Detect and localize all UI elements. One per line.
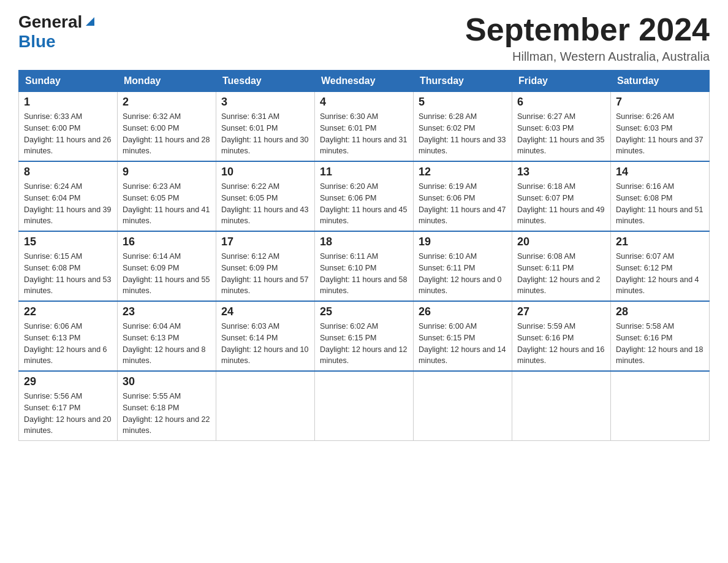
day-number: 17 <box>221 236 309 248</box>
column-header-friday: Friday <box>512 71 611 92</box>
calendar-cell: 26Sunrise: 6:00 AMSunset: 6:15 PMDayligh… <box>414 301 512 371</box>
logo-blue: Blue <box>18 32 56 51</box>
calendar-cell: 3Sunrise: 6:31 AMSunset: 6:01 PMDaylight… <box>216 92 315 162</box>
day-info: Sunrise: 6:23 AMSunset: 6:05 PMDaylight:… <box>123 181 211 227</box>
calendar-cell <box>512 371 611 441</box>
day-number: 19 <box>419 236 507 248</box>
day-info: Sunrise: 6:20 AMSunset: 6:06 PMDaylight:… <box>320 181 408 227</box>
calendar-cell: 22Sunrise: 6:06 AMSunset: 6:13 PMDayligh… <box>19 301 118 371</box>
day-info: Sunrise: 6:18 AMSunset: 6:07 PMDaylight:… <box>517 181 605 227</box>
day-info: Sunrise: 6:19 AMSunset: 6:06 PMDaylight:… <box>419 181 507 227</box>
calendar-cell: 18Sunrise: 6:11 AMSunset: 6:10 PMDayligh… <box>315 231 414 301</box>
week-row-4: 22Sunrise: 6:06 AMSunset: 6:13 PMDayligh… <box>19 301 710 371</box>
week-row-1: 1Sunrise: 6:33 AMSunset: 6:00 PMDaylight… <box>19 92 710 162</box>
day-info: Sunrise: 6:24 AMSunset: 6:04 PMDaylight:… <box>24 181 112 227</box>
column-header-tuesday: Tuesday <box>216 71 315 92</box>
day-info: Sunrise: 6:16 AMSunset: 6:08 PMDaylight:… <box>616 181 704 227</box>
calendar-cell: 1Sunrise: 6:33 AMSunset: 6:00 PMDaylight… <box>19 92 118 162</box>
calendar-cell <box>216 371 315 441</box>
day-number: 5 <box>419 96 507 109</box>
calendar-cell: 14Sunrise: 6:16 AMSunset: 6:08 PMDayligh… <box>611 161 710 231</box>
day-number: 20 <box>517 236 605 248</box>
day-info: Sunrise: 6:07 AMSunset: 6:12 PMDaylight:… <box>616 251 704 297</box>
calendar-cell: 29Sunrise: 5:56 AMSunset: 6:17 PMDayligh… <box>19 371 118 441</box>
day-number: 7 <box>616 96 704 109</box>
calendar-cell: 4Sunrise: 6:30 AMSunset: 6:01 PMDaylight… <box>315 92 414 162</box>
day-info: Sunrise: 6:31 AMSunset: 6:01 PMDaylight:… <box>221 111 309 157</box>
column-header-saturday: Saturday <box>611 71 710 92</box>
day-info: Sunrise: 6:32 AMSunset: 6:00 PMDaylight:… <box>123 111 211 157</box>
day-number: 9 <box>123 166 211 178</box>
day-info: Sunrise: 5:55 AMSunset: 6:18 PMDaylight:… <box>123 391 211 437</box>
column-header-sunday: Sunday <box>19 71 118 92</box>
calendar-cell <box>611 371 710 441</box>
calendar-cell: 23Sunrise: 6:04 AMSunset: 6:13 PMDayligh… <box>118 301 216 371</box>
day-number: 18 <box>320 236 408 248</box>
day-info: Sunrise: 6:30 AMSunset: 6:01 PMDaylight:… <box>320 111 408 157</box>
day-info: Sunrise: 6:26 AMSunset: 6:03 PMDaylight:… <box>616 111 704 157</box>
day-info: Sunrise: 6:22 AMSunset: 6:05 PMDaylight:… <box>221 181 309 227</box>
day-number: 24 <box>221 305 309 318</box>
svg-marker-0 <box>86 17 94 26</box>
week-row-2: 8Sunrise: 6:24 AMSunset: 6:04 PMDaylight… <box>19 161 710 231</box>
calendar-cell: 15Sunrise: 6:15 AMSunset: 6:08 PMDayligh… <box>19 231 118 301</box>
day-info: Sunrise: 6:27 AMSunset: 6:03 PMDaylight:… <box>517 111 605 157</box>
calendar-cell: 20Sunrise: 6:08 AMSunset: 6:11 PMDayligh… <box>512 231 611 301</box>
logo-triangle-icon <box>83 15 97 28</box>
day-number: 10 <box>221 166 309 178</box>
day-number: 16 <box>123 236 211 248</box>
day-number: 11 <box>320 166 408 178</box>
day-info: Sunrise: 6:10 AMSunset: 6:11 PMDaylight:… <box>419 251 507 297</box>
calendar-subtitle: Hillman, Western Australia, Australia <box>465 50 710 64</box>
column-header-thursday: Thursday <box>414 71 512 92</box>
day-number: 23 <box>123 305 211 318</box>
day-number: 29 <box>24 375 112 388</box>
week-row-5: 29Sunrise: 5:56 AMSunset: 6:17 PMDayligh… <box>19 371 710 441</box>
logo: General Blue <box>18 12 97 52</box>
calendar-cell: 10Sunrise: 6:22 AMSunset: 6:05 PMDayligh… <box>216 161 315 231</box>
day-number: 6 <box>517 96 605 109</box>
column-header-wednesday: Wednesday <box>315 71 414 92</box>
calendar-cell: 11Sunrise: 6:20 AMSunset: 6:06 PMDayligh… <box>315 161 414 231</box>
day-number: 15 <box>24 236 112 248</box>
day-number: 3 <box>221 96 309 109</box>
calendar-cell: 24Sunrise: 6:03 AMSunset: 6:14 PMDayligh… <box>216 301 315 371</box>
calendar-cell: 28Sunrise: 5:58 AMSunset: 6:16 PMDayligh… <box>611 301 710 371</box>
calendar-cell <box>315 371 414 441</box>
day-info: Sunrise: 6:04 AMSunset: 6:13 PMDaylight:… <box>123 321 211 367</box>
day-info: Sunrise: 5:58 AMSunset: 6:16 PMDaylight:… <box>616 321 704 367</box>
day-info: Sunrise: 6:12 AMSunset: 6:09 PMDaylight:… <box>221 251 309 297</box>
day-number: 14 <box>616 166 704 178</box>
column-header-monday: Monday <box>118 71 216 92</box>
page-header: General Blue September 2024 Hillman, Wes… <box>18 12 710 64</box>
calendar-cell: 25Sunrise: 6:02 AMSunset: 6:15 PMDayligh… <box>315 301 414 371</box>
day-info: Sunrise: 6:06 AMSunset: 6:13 PMDaylight:… <box>24 321 112 367</box>
day-info: Sunrise: 6:14 AMSunset: 6:09 PMDaylight:… <box>123 251 211 297</box>
calendar-cell: 21Sunrise: 6:07 AMSunset: 6:12 PMDayligh… <box>611 231 710 301</box>
calendar-table: SundayMondayTuesdayWednesdayThursdayFrid… <box>18 70 710 441</box>
day-info: Sunrise: 6:28 AMSunset: 6:02 PMDaylight:… <box>419 111 507 157</box>
logo-general: General <box>18 12 82 32</box>
day-info: Sunrise: 5:59 AMSunset: 6:16 PMDaylight:… <box>517 321 605 367</box>
day-info: Sunrise: 5:56 AMSunset: 6:17 PMDaylight:… <box>24 391 112 437</box>
calendar-title: September 2024 <box>465 12 710 47</box>
day-number: 1 <box>24 96 112 109</box>
day-info: Sunrise: 6:00 AMSunset: 6:15 PMDaylight:… <box>419 321 507 367</box>
day-number: 26 <box>419 305 507 318</box>
day-info: Sunrise: 6:02 AMSunset: 6:15 PMDaylight:… <box>320 321 408 367</box>
day-number: 28 <box>616 305 704 318</box>
day-info: Sunrise: 6:15 AMSunset: 6:08 PMDaylight:… <box>24 251 112 297</box>
day-info: Sunrise: 6:11 AMSunset: 6:10 PMDaylight:… <box>320 251 408 297</box>
calendar-cell: 8Sunrise: 6:24 AMSunset: 6:04 PMDaylight… <box>19 161 118 231</box>
day-number: 25 <box>320 305 408 318</box>
calendar-cell: 19Sunrise: 6:10 AMSunset: 6:11 PMDayligh… <box>414 231 512 301</box>
day-number: 13 <box>517 166 605 178</box>
day-info: Sunrise: 6:03 AMSunset: 6:14 PMDaylight:… <box>221 321 309 367</box>
calendar-cell <box>414 371 512 441</box>
calendar-cell: 12Sunrise: 6:19 AMSunset: 6:06 PMDayligh… <box>414 161 512 231</box>
day-number: 21 <box>616 236 704 248</box>
day-number: 8 <box>24 166 112 178</box>
day-info: Sunrise: 6:33 AMSunset: 6:00 PMDaylight:… <box>24 111 112 157</box>
calendar-cell: 30Sunrise: 5:55 AMSunset: 6:18 PMDayligh… <box>118 371 216 441</box>
calendar-cell: 7Sunrise: 6:26 AMSunset: 6:03 PMDaylight… <box>611 92 710 162</box>
